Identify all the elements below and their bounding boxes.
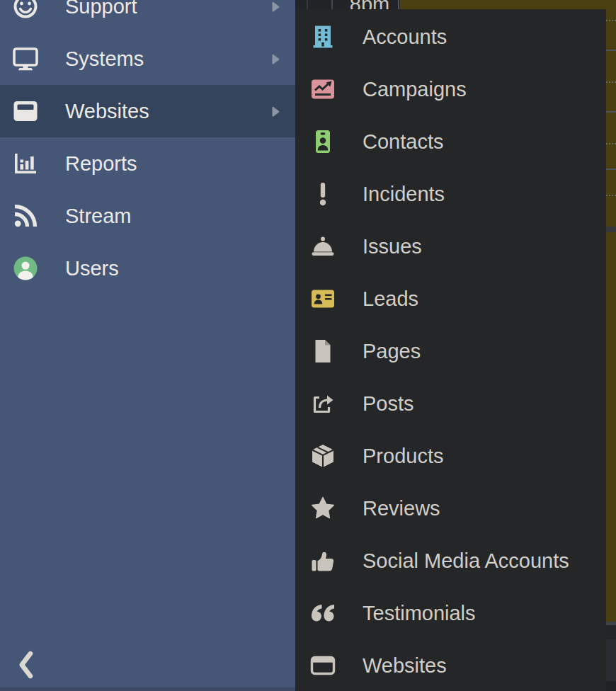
star-icon	[309, 495, 336, 522]
sidebar-item-label: Stream	[65, 205, 131, 228]
thumbs-up-icon	[309, 547, 336, 574]
submenu-item-posts[interactable]: Posts	[295, 377, 606, 430]
submenu-item-accounts[interactable]: Accounts	[295, 11, 606, 63]
calendar-halfhour-line	[606, 20, 616, 21]
submenu-item-pages[interactable]: Pages	[295, 325, 606, 377]
sidebar-item-support[interactable]: Support	[0, 0, 295, 33]
calendar-gridline-vertical	[307, 0, 308, 9]
caret-right-icon	[271, 53, 280, 65]
submenu-item-label: Testimonials	[363, 602, 476, 625]
submenu-item-testimonials[interactable]: Testimonials	[295, 587, 606, 639]
user-circle-icon	[12, 255, 39, 282]
sidebar-item-label: Users	[65, 257, 119, 280]
browser-icon	[12, 98, 39, 125]
submenu-item-label: Social Media Accounts	[363, 549, 569, 573]
rss-icon	[12, 202, 39, 229]
smiley-icon	[12, 0, 39, 20]
sidebar-item-list: Support Systems Websites Reports Stream …	[0, 0, 295, 295]
bell-icon	[309, 233, 336, 260]
submenu-item-social-media-accounts[interactable]: Social Media Accounts	[295, 535, 606, 587]
quote-icon	[309, 600, 336, 627]
sidebar: Support Systems Websites Reports Stream …	[0, 0, 295, 691]
caret-right-icon	[271, 1, 280, 13]
cube-icon	[309, 442, 336, 469]
submenu-item-products[interactable]: Products	[295, 430, 606, 482]
sidebar-item-websites[interactable]: Websites	[0, 85, 295, 137]
monitor-icon	[12, 45, 39, 72]
background-page-area	[606, 681, 616, 691]
time-label: 8pm	[348, 0, 391, 9]
submenu-item-issues[interactable]: Issues	[295, 220, 606, 273]
id-badge-icon	[309, 128, 336, 155]
calendar-hour-line	[606, 111, 616, 113]
submenu-item-list: Accounts Campaigns Contacts Incidents Is…	[295, 11, 606, 691]
sidebar-footer	[0, 687, 295, 691]
background-calendar-edge	[606, 9, 616, 691]
caret-right-icon	[271, 105, 280, 118]
file-icon	[309, 338, 336, 365]
submenu-item-label: Campaigns	[363, 78, 467, 101]
exclamation-icon	[309, 181, 336, 207]
submenu-item-label: Posts	[363, 392, 414, 416]
websites-submenu: Accounts Campaigns Contacts Incidents Is…	[295, 9, 606, 691]
share-icon	[309, 390, 336, 417]
submenu-item-label: Leads	[363, 287, 418, 311]
submenu-item-label: Reviews	[363, 497, 440, 520]
calendar-highlight-block	[400, 0, 616, 9]
bar-chart-icon	[12, 150, 39, 177]
background-page-area	[606, 625, 616, 639]
submenu-item-label: Incidents	[363, 183, 445, 206]
window-icon	[309, 652, 336, 679]
submenu-item-campaigns[interactable]: Campaigns	[295, 63, 606, 115]
submenu-item-label: Contacts	[363, 130, 443, 154]
sidebar-collapse-button[interactable]	[17, 649, 37, 681]
building-icon	[309, 23, 336, 50]
chevron-left-icon	[17, 650, 34, 680]
submenu-item-label: Products	[363, 445, 443, 468]
calendar-highlight-block	[606, 9, 616, 622]
id-card-icon	[309, 285, 336, 312]
line-chart-icon	[309, 76, 336, 103]
sidebar-item-label: Websites	[65, 100, 149, 123]
calendar-hour-line	[606, 50, 616, 51]
submenu-item-reviews[interactable]: Reviews	[295, 482, 606, 535]
background-page-area	[606, 639, 616, 681]
submenu-item-label: Accounts	[363, 25, 447, 49]
submenu-item-contacts[interactable]: Contacts	[295, 115, 606, 168]
calendar-halfhour-line	[606, 143, 616, 144]
sidebar-item-systems[interactable]: Systems	[0, 33, 295, 85]
sidebar-item-label: Support	[65, 0, 137, 18]
calendar-hour-line	[606, 169, 616, 170]
sidebar-item-stream[interactable]: Stream	[0, 190, 295, 242]
sidebar-item-reports[interactable]: Reports	[0, 137, 295, 190]
sidebar-item-users[interactable]: Users	[0, 242, 295, 295]
calendar-gridline-vertical	[398, 0, 399, 9]
calendar-event-edge	[606, 227, 616, 232]
submenu-item-websites[interactable]: Websites	[295, 639, 606, 691]
calendar-gridline-vertical	[331, 0, 333, 9]
calendar-halfhour-line	[606, 81, 616, 83]
submenu-item-label: Pages	[363, 340, 421, 363]
submenu-item-leads[interactable]: Leads	[295, 273, 606, 325]
sidebar-item-label: Reports	[65, 152, 137, 176]
app-window: 8pm Support Systems Websites Reports	[0, 0, 616, 691]
submenu-item-label: Issues	[363, 235, 422, 258]
submenu-item-incidents[interactable]: Incidents	[295, 168, 606, 220]
submenu-item-label: Websites	[363, 654, 447, 678]
sidebar-item-label: Systems	[65, 47, 144, 71]
background-calendar-strip: 8pm	[295, 0, 616, 9]
calendar-halfhour-line	[606, 195, 616, 196]
